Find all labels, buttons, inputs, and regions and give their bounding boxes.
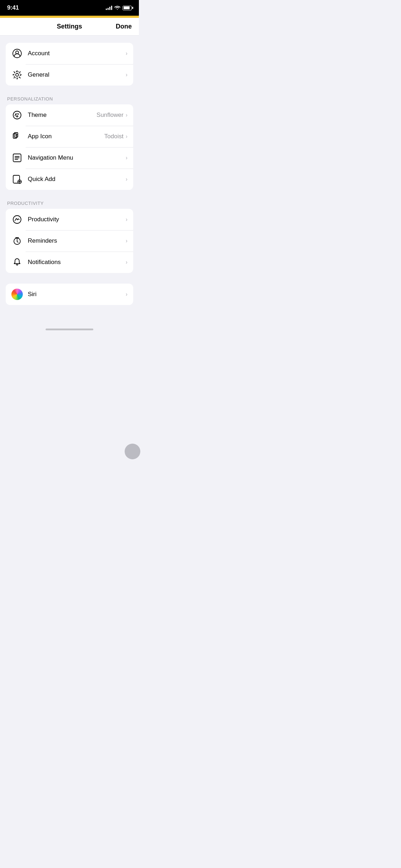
- settings-row-siri[interactable]: Siri ›: [6, 284, 133, 305]
- reminders-label: Reminders: [28, 237, 126, 244]
- theme-value: Sunflower: [97, 112, 124, 119]
- notifications-chevron: ›: [126, 259, 127, 265]
- settings-row-productivity[interactable]: Productivity ›: [6, 209, 133, 230]
- settings-row-navigation-menu[interactable]: Navigation Menu ›: [6, 147, 133, 169]
- nav-header: Settings Done: [0, 18, 139, 36]
- settings-row-quick-add[interactable]: Quick Add ›: [6, 169, 133, 190]
- status-bar: 9:41: [0, 0, 139, 16]
- svg-point-2: [16, 73, 19, 76]
- general-chevron: ›: [126, 72, 127, 78]
- svg-point-4: [13, 111, 21, 119]
- account-icon: [11, 48, 23, 59]
- battery-icon: [123, 6, 132, 10]
- navigation-menu-icon: [11, 152, 23, 164]
- svg-point-6: [18, 114, 19, 115]
- notifications-icon: [11, 257, 23, 268]
- settings-row-app-icon[interactable]: App Icon Todoist ›: [6, 126, 133, 147]
- siri-chevron: ›: [126, 291, 127, 298]
- settings-group-main: Account › General ›: [0, 43, 139, 86]
- productivity-label: Productivity: [28, 216, 126, 223]
- settings-card-main: Account › General ›: [6, 43, 133, 86]
- account-label: Account: [28, 50, 126, 57]
- wifi-icon: [114, 6, 120, 10]
- settings-group-personalization: PERSONALIZATION Theme Sunflower ›: [0, 96, 139, 190]
- app-icon-value: Todoist: [104, 133, 124, 140]
- personalization-label: PERSONALIZATION: [0, 96, 139, 102]
- app-icon-icon: [11, 131, 23, 142]
- settings-group-siri: Siri ›: [0, 284, 139, 305]
- settings-group-productivity: PRODUCTIVITY Productivity ›: [0, 201, 139, 273]
- app-icon-chevron: ›: [126, 133, 127, 140]
- home-bar: [46, 329, 93, 330]
- gear-icon: [11, 69, 23, 81]
- svg-point-5: [15, 114, 16, 115]
- notifications-label: Notifications: [28, 259, 126, 266]
- settings-row-reminders[interactable]: Reminders ›: [6, 230, 133, 252]
- quick-add-label: Quick Add: [28, 176, 126, 183]
- theme-label: Theme: [28, 112, 97, 119]
- navigation-menu-chevron: ›: [126, 155, 127, 161]
- theme-chevron: ›: [126, 112, 127, 118]
- svg-point-3: [14, 72, 20, 78]
- general-label: General: [28, 71, 126, 78]
- done-button[interactable]: Done: [114, 23, 132, 30]
- siri-icon: [11, 289, 23, 300]
- settings-row-theme[interactable]: Theme Sunflower ›: [6, 104, 133, 126]
- settings-content: Account › General › PERSONALIZATION: [0, 36, 139, 323]
- theme-icon: [11, 109, 23, 121]
- quick-add-icon: [11, 174, 23, 185]
- siri-label: Siri: [28, 291, 126, 298]
- signal-icon: [106, 6, 112, 10]
- settings-row-notifications[interactable]: Notifications ›: [6, 252, 133, 273]
- settings-card-personalization: Theme Sunflower › App Icon Todoist ›: [6, 104, 133, 190]
- settings-row-account[interactable]: Account ›: [6, 43, 133, 64]
- navigation-menu-label: Navigation Menu: [28, 154, 126, 161]
- account-chevron: ›: [126, 50, 127, 57]
- productivity-icon: [11, 214, 23, 225]
- productivity-chevron: ›: [126, 216, 127, 223]
- reminders-chevron: ›: [126, 238, 127, 244]
- settings-card-siri: Siri ›: [6, 284, 133, 305]
- settings-card-productivity: Productivity › Reminders ›: [6, 209, 133, 273]
- settings-row-general[interactable]: General ›: [6, 64, 133, 86]
- status-icons: [106, 6, 132, 10]
- quick-add-chevron: ›: [126, 176, 127, 182]
- productivity-section-label: PRODUCTIVITY: [0, 201, 139, 206]
- reminders-icon: [11, 235, 23, 247]
- home-indicator: [0, 323, 139, 333]
- status-time: 9:41: [7, 4, 19, 11]
- svg-point-1: [16, 51, 19, 54]
- app-icon-label: App Icon: [28, 133, 104, 140]
- page-title: Settings: [25, 23, 114, 30]
